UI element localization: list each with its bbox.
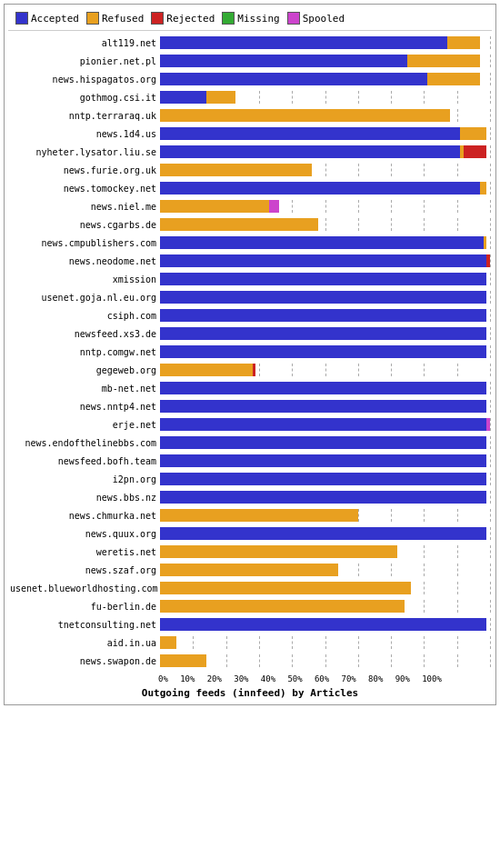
bar-segment-refused — [427, 73, 480, 85]
legend-item-missing: Missing — [222, 12, 279, 25]
bar-segment-rejected — [464, 145, 486, 158]
legend-item-rejected: Rejected — [151, 12, 215, 25]
legend-color-spooled — [287, 12, 300, 25]
grid-line — [490, 91, 491, 104]
grid-line — [490, 527, 491, 540]
bar-segment-accepted — [160, 327, 486, 340]
row-label: news.swapon.de — [10, 656, 160, 666]
bar-segment-refused — [460, 127, 486, 140]
bars — [160, 654, 490, 667]
legend-label: Accepted — [31, 13, 79, 25]
x-axis-label: 70% — [342, 674, 356, 683]
bar-segment-accepted — [160, 618, 486, 631]
bars — [160, 164, 490, 176]
bars — [160, 309, 490, 322]
bar-wrapper: 4574602 — [160, 109, 490, 122]
grid-line — [490, 654, 491, 667]
bar-wrapper: 5645 — [160, 582, 490, 594]
grid-line — [490, 218, 491, 231]
bar-segment-refused — [160, 564, 338, 576]
chart-row: newsfeed.bofh.team662613 — [10, 453, 490, 469]
chart-row: usenet.goja.nl.eu.org663928 — [10, 289, 490, 305]
legend-color-missing — [222, 12, 235, 25]
bars — [160, 236, 490, 249]
bar-segment-refused — [160, 218, 318, 231]
row-label: news.chmurka.net — [10, 511, 160, 521]
row-label: news.tomockey.net — [10, 184, 160, 194]
grid-line — [490, 600, 491, 613]
bar-wrapper: 667619 — [160, 382, 490, 394]
legend-color-rejected — [151, 12, 164, 25]
bar-wrapper: 6717588 — [160, 127, 490, 140]
bar-segment-accepted — [160, 236, 484, 249]
chart-row: alt119.net67345133 — [10, 35, 490, 51]
grid-line — [490, 73, 491, 85]
x-axis-label: 10% — [180, 674, 195, 683]
bar-wrapper: 633651 — [160, 254, 490, 267]
grid-line — [490, 200, 491, 213]
row-label: nntp.terraraq.uk — [10, 111, 160, 121]
x-axis-label: 30% — [234, 674, 248, 683]
bar-wrapper: 669415 — [160, 436, 490, 449]
bar-segment-refused — [160, 509, 358, 522]
row-label: mb-net.net — [10, 384, 160, 394]
bar-wrapper: 666423 — [160, 327, 490, 340]
bar-segment-refused — [160, 582, 411, 594]
chart-title: Outgoing feeds (innfeed) by Articles — [8, 687, 492, 699]
bar-wrapper: 674411 — [160, 491, 490, 504]
bars — [160, 418, 490, 431]
chart-row: nntp.terraraq.uk4574602 — [10, 107, 490, 124]
bar-segment-accepted — [160, 454, 486, 467]
bars — [160, 509, 490, 522]
row-label: tnetconsulting.net — [10, 620, 160, 630]
bar-wrapper: 3742 — [160, 636, 490, 649]
bar-wrapper: 1453873 — [160, 91, 490, 104]
row-label: csiph.com — [10, 311, 160, 321]
bar-segment-refused — [206, 91, 236, 104]
bars — [160, 400, 490, 413]
grid-line — [490, 564, 491, 576]
bar-wrapper: 6710113 — [160, 182, 490, 195]
bar-segment-accepted — [160, 436, 486, 449]
bar-segment-refused — [160, 200, 269, 213]
bar-segment-accepted — [160, 382, 486, 394]
bar-wrapper: 655233 — [160, 273, 490, 285]
grid-line — [490, 345, 491, 358]
bars — [160, 182, 490, 195]
bar-wrapper: 382058 — [160, 218, 490, 231]
bars — [160, 200, 490, 213]
bar-segment-accepted — [160, 55, 407, 67]
bars — [160, 327, 490, 340]
row-label: news.cmpublishers.com — [10, 238, 160, 248]
row-label: news.furie.org.uk — [10, 165, 160, 175]
bar-wrapper: 44909 — [160, 509, 490, 522]
bar-segment-accepted — [160, 309, 486, 322]
bar-wrapper: 671826 — [160, 309, 490, 322]
bar-segment-spooled — [269, 200, 279, 213]
legend-label: Rejected — [166, 13, 215, 25]
grid-line — [490, 545, 491, 558]
row-label: nntp.comgw.net — [10, 347, 160, 357]
bar-segment-accepted — [160, 73, 427, 85]
bar-wrapper: 54893 — [160, 600, 490, 613]
chart-row: xmission655233 — [10, 271, 490, 287]
x-axis-labels: 0%10%20%30%40%50%60%70%80%90%100% — [158, 674, 492, 683]
bar-segment-accepted — [160, 273, 486, 285]
bars — [160, 454, 490, 467]
bars — [160, 564, 490, 576]
chart-row: news.quux.org66778 — [10, 525, 490, 542]
chart-row: news.hispagatos.org61361406 — [10, 71, 490, 87]
grid-line — [490, 309, 491, 322]
grid-line — [490, 418, 491, 431]
row-label: weretis.net — [10, 547, 160, 557]
row-label: xmission — [10, 274, 160, 284]
chart-row: tnetconsulting.net67123 — [10, 616, 490, 633]
chart-row: nyheter.lysator.liu.se6599547 — [10, 144, 490, 160]
row-label: fu-berlin.de — [10, 602, 160, 612]
grid-line — [490, 400, 491, 413]
row-label: newsfeed.bofh.team — [10, 456, 160, 466]
grid-line — [490, 254, 491, 267]
bar-wrapper: 667317 — [160, 400, 490, 413]
row-label: news.cgarbs.de — [10, 220, 160, 230]
bar-wrapper: 6599547 — [160, 145, 490, 158]
